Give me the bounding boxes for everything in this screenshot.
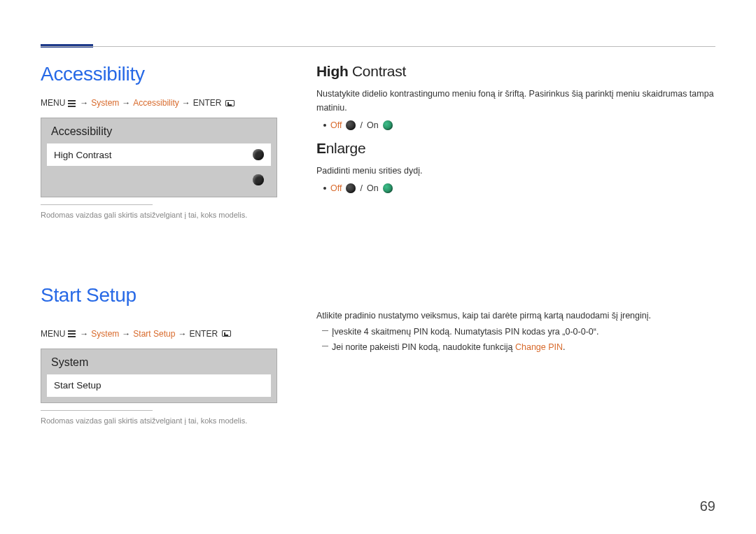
panel-title: Accessibility (41, 118, 276, 143)
bullet-icon (323, 187, 326, 190)
start-setup-step-change-pin: Jei norite pakeisti PIN kodą, naudokite … (316, 339, 715, 356)
start-setup-breadcrumb: MENU → System → Start Setup → ENTER (41, 329, 277, 339)
arrow-icon: → (182, 98, 190, 108)
slash-separator: / (360, 120, 362, 130)
breadcrumb-menu-label: MENU (41, 329, 65, 339)
toggle-off-icon (346, 120, 356, 130)
arrow-icon: → (80, 98, 88, 108)
enter-icon (225, 100, 234, 106)
enter-icon (222, 330, 231, 337)
high-contrast-row[interactable]: High Contrast (47, 143, 271, 166)
row-label: High Contrast (54, 150, 112, 160)
start-setup-step-pin: Įveskite 4 skaitmenų PIN kodą. Numatytas… (316, 324, 715, 340)
breadcrumb-enter-label: ENTER (193, 98, 222, 108)
vertical-spacer (41, 221, 277, 284)
vertical-spacer (316, 203, 715, 308)
on-label: On (367, 120, 379, 130)
breadcrumb-system: System (91, 98, 119, 108)
high-contrast-options: Off / On (323, 120, 715, 130)
on-label: On (367, 183, 379, 193)
accessibility-model-caption: Rodomas vaizdas gali skirtis atsižvelgia… (41, 209, 277, 221)
start-setup-model-caption: Rodomas vaizdas gali skirtis atsižvelgia… (41, 415, 277, 427)
toggle-on-icon (383, 120, 393, 130)
step2-text-c: . (563, 342, 565, 352)
toggle-on-icon (383, 183, 393, 193)
breadcrumb-current: Accessibility (133, 98, 178, 108)
caption-divider (41, 410, 153, 411)
high-contrast-description: Nustatykite didelio kontrastingumo meniu… (316, 87, 715, 115)
start-setup-intro: Atlikite pradinio nustatymo veiksmus, ka… (316, 308, 715, 324)
start-setup-row[interactable]: Start Setup (47, 374, 271, 397)
accessibility-heading: Accessibility (41, 63, 277, 85)
arrow-icon: → (178, 329, 186, 339)
heading-rest: nlarge (326, 140, 366, 156)
slash-separator: / (360, 183, 362, 193)
caption-divider (41, 204, 153, 205)
system-settings-panel: System Start Setup (41, 349, 277, 403)
left-column: Accessibility MENU → System → Accessibil… (41, 63, 277, 426)
enlarge-description: Padidinti meniu srities dydį. (316, 164, 715, 178)
change-pin-label: Change PIN (515, 342, 563, 352)
page-number: 69 (700, 498, 715, 514)
toggle-off-icon[interactable] (253, 174, 264, 185)
arrow-icon: → (122, 98, 130, 108)
menu-icon (68, 99, 76, 107)
manual-page: Accessibility MENU → System → Accessibil… (0, 0, 756, 534)
start-setup-instructions: Atlikite pradinio nustatymo veiksmus, ka… (316, 308, 715, 356)
arrow-icon: → (80, 329, 88, 339)
menu-icon (68, 330, 76, 337)
enlarge-heading: Enlarge (316, 140, 715, 157)
heading-first-letter: E (316, 140, 326, 156)
accessibility-settings-panel: Accessibility High Contrast (41, 118, 277, 197)
two-column-layout: Accessibility MENU → System → Accessibil… (41, 63, 715, 426)
high-contrast-heading: High Contrast (316, 63, 715, 80)
panel-title: System (41, 349, 276, 374)
breadcrumb-current: Start Setup (133, 329, 175, 339)
heading-first-letter: High (316, 63, 348, 79)
enlarge-options: Off / On (323, 183, 715, 193)
off-label: Off (330, 120, 342, 130)
right-column: High Contrast Nustatykite didelio kontra… (316, 63, 715, 426)
breadcrumb-enter-label: ENTER (189, 329, 218, 339)
breadcrumb-system: System (91, 329, 119, 339)
accessibility-breadcrumb: MENU → System → Accessibility → ENTER (41, 98, 277, 108)
row-label: Start Setup (54, 380, 102, 391)
breadcrumb-menu-label: MENU (41, 98, 65, 108)
step2-text-a: Jei norite pakeisti PIN kodą, naudokite … (332, 342, 515, 352)
toggle-off-icon[interactable] (253, 149, 264, 160)
bullet-icon (323, 124, 326, 127)
heading-rest: Contrast (348, 63, 406, 79)
arrow-icon: → (122, 329, 130, 339)
enlarge-section: Enlarge Padidinti meniu srities dydį. Of… (316, 140, 715, 193)
start-setup-heading: Start Setup (41, 284, 277, 307)
toggle-off-icon (346, 183, 356, 193)
enlarge-row[interactable] (47, 169, 271, 191)
off-label: Off (330, 183, 342, 193)
top-horizontal-rule (41, 46, 715, 47)
